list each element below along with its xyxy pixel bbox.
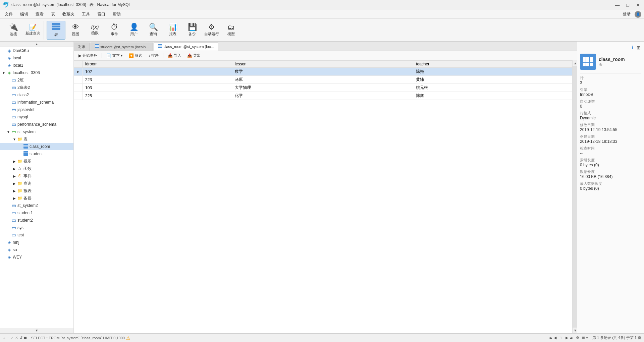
scroll-down-arrow[interactable]: ▼ (573, 328, 577, 333)
sidebar-item-report-folder[interactable]: ▶ 📁 报表 (0, 187, 73, 194)
cell-teacher[interactable]: 姚元根 (413, 84, 572, 92)
menu-tools[interactable]: 工具 (78, 11, 93, 18)
tab-class-room[interactable]: class_room @st_system (loc... (154, 43, 218, 51)
sidebar-item-backup-folder[interactable]: ▶ 📁 备份 (0, 194, 73, 202)
grid-view-button[interactable]: ⊞ (582, 336, 585, 340)
menu-favorites[interactable]: 收藏夹 (59, 11, 78, 18)
confirm-button[interactable]: ✓ (11, 336, 14, 340)
tab-student[interactable]: student @st_system (localh... (91, 43, 153, 51)
table-row[interactable]: 223马原黄辅 (74, 76, 572, 84)
column-header-idroom[interactable]: idroom (83, 61, 232, 68)
cell-idroom[interactable]: 223 (83, 76, 232, 84)
sidebar-item-sa[interactable]: ◈ sa (0, 246, 73, 253)
cancel-button[interactable]: ✕ (15, 336, 18, 340)
sidebar-item-student1[interactable]: 🗃 student1 (0, 209, 73, 217)
menu-table[interactable]: 表 (48, 11, 58, 18)
scroll-up-arrow[interactable]: ▲ (573, 60, 577, 66)
query-type-button[interactable]: 🔍 查询 (144, 21, 163, 40)
table-scrollbar[interactable]: ▲ ▼ (572, 60, 577, 333)
sidebar-item-student[interactable]: student (0, 150, 73, 158)
login-button[interactable]: 登录 (619, 11, 634, 18)
cell-lesson[interactable]: 化学 (232, 92, 413, 100)
sidebar-item-local[interactable]: ◈ local (0, 54, 73, 62)
cell-teacher[interactable]: 黄辅 (413, 76, 572, 84)
close-button[interactable]: ✕ (635, 2, 641, 8)
model-type-button[interactable]: 🗂 模型 (222, 21, 240, 40)
connect-button[interactable]: 🔌 连接 (4, 21, 23, 40)
first-page-button[interactable]: ⏮ (549, 336, 552, 340)
sidebar-item-st-system2[interactable]: 🗃 st_system2 (0, 202, 73, 209)
form-view-button[interactable]: ≡ (586, 336, 588, 340)
menu-window[interactable]: 窗口 (94, 11, 109, 18)
data-table-wrapper[interactable]: idroom lesson teacher ▶102数学陈拖223马原黄辅103… (74, 60, 572, 333)
sidebar-item-wey[interactable]: ◈ WEY (0, 253, 73, 261)
filter-button[interactable]: 🔽 筛选 (126, 52, 145, 59)
cell-idroom[interactable]: 103 (83, 84, 232, 92)
start-transaction-button[interactable]: ▶ 开始事务 (76, 52, 100, 59)
menu-view[interactable]: 查看 (32, 11, 47, 18)
sort-button[interactable]: ↕ 排序 (146, 52, 161, 59)
add-row-button[interactable]: + (3, 335, 5, 341)
sidebar-item-localhost[interactable]: ▼ ◈ localhost_3306 (0, 69, 73, 76)
table-type-button[interactable]: 表 (47, 21, 65, 40)
backup-type-button[interactable]: 💾 备份 (183, 21, 202, 40)
sidebar-item-jspservlet[interactable]: 🗃 jspservlet (0, 106, 73, 113)
text-button[interactable]: 📄 文本 ▾ (104, 52, 125, 59)
minimize-button[interactable]: — (614, 2, 621, 8)
table-row[interactable]: ▶102数学陈拖 (74, 68, 572, 76)
sidebar-item-func-folder[interactable]: ▶ fx 函数 (0, 165, 73, 172)
sidebar-item-test[interactable]: 🗃 test (0, 231, 73, 239)
sidebar-item-mysql[interactable]: 🗃 mysql (0, 113, 73, 121)
cell-lesson[interactable]: 大学物理 (232, 84, 413, 92)
sidebar-item-mhj[interactable]: ◈ mhj (0, 239, 73, 246)
sidebar-item-view-folder[interactable]: ▶ 📁 视图 (0, 158, 73, 165)
export-button[interactable]: 📤 导出 (184, 52, 203, 59)
column-header-teacher[interactable]: teacher (413, 61, 572, 68)
scroll-track[interactable] (573, 66, 577, 328)
sidebar-item-sys[interactable]: 🗃 sys (0, 224, 73, 231)
function-type-button[interactable]: f(x) 函数 (86, 21, 104, 40)
cell-lesson[interactable]: 数学 (232, 68, 413, 76)
sidebar-item-class-room[interactable]: class_room (0, 143, 73, 150)
cell-teacher[interactable]: 陈鑫 (413, 92, 572, 100)
cell-idroom[interactable]: 102 (83, 68, 232, 76)
sidebar-item-2banbiao2[interactable]: 🗃 2班表2 (0, 84, 73, 91)
sidebar-item-local1[interactable]: ◈ local1 (0, 62, 73, 69)
cell-lesson[interactable]: 马原 (232, 76, 413, 84)
next-page-button[interactable]: ▶ (566, 336, 568, 340)
delete-row-button[interactable]: − (7, 335, 9, 341)
sidebar-scroll-up[interactable]: ▲ (0, 42, 73, 47)
user-type-button[interactable]: 👤 用户 (124, 21, 143, 40)
sidebar-scroll-down[interactable]: ▼ (0, 328, 73, 333)
settings-button[interactable]: ⚙ (576, 336, 579, 340)
new-query-button[interactable]: 📝 新建查询 (23, 21, 42, 40)
sidebar-item-danciku[interactable]: ◈ DanCiKu (0, 47, 73, 54)
sidebar-item-st-system[interactable]: ▼ 🗃 st_system (0, 128, 73, 135)
sidebar-item-class2[interactable]: 🗃 class2 (0, 91, 73, 99)
menu-file[interactable]: 文件 (1, 11, 16, 18)
sidebar-item-event-folder[interactable]: ▶ ⏱ 事件 (0, 172, 73, 180)
stop-button[interactable]: ◼ (24, 336, 27, 340)
grid-icon-button[interactable]: ⊞ (636, 44, 641, 51)
sidebar-item-table-folder[interactable]: ▼ 📁 表 (0, 135, 73, 143)
report-type-button[interactable]: 📊 报表 (163, 21, 182, 40)
menu-edit[interactable]: 编辑 (17, 11, 32, 18)
sidebar-item-information-schema[interactable]: 🗃 information_schema (0, 99, 73, 106)
maximize-button[interactable]: □ (625, 2, 631, 8)
menu-help[interactable]: 帮助 (109, 11, 124, 18)
info-icon-button[interactable]: ℹ (631, 44, 634, 51)
import-button[interactable]: 📥 导入 (165, 52, 184, 59)
prev-page-button[interactable]: ◀ (554, 336, 556, 340)
sidebar-item-performance-schema[interactable]: 🗃 performance_schema (0, 121, 73, 128)
view-type-button[interactable]: 👁 视图 (66, 21, 85, 40)
autorun-type-button[interactable]: ⚙ 自动运行 (202, 21, 221, 40)
tab-object[interactable]: 对象 (74, 43, 90, 51)
cell-idroom[interactable]: 225 (83, 92, 232, 100)
sidebar-item-query-folder[interactable]: ▶ 📁 查询 (0, 180, 73, 187)
refresh-button[interactable]: ↺ (19, 336, 22, 340)
event-type-button[interactable]: ⏱ 事件 (105, 21, 124, 40)
sidebar-item-2ban[interactable]: 🗃 2班 (0, 76, 73, 84)
column-header-lesson[interactable]: lesson (232, 61, 413, 68)
table-row[interactable]: 103大学物理姚元根 (74, 84, 572, 92)
last-page-button[interactable]: ⏭ (570, 336, 573, 340)
